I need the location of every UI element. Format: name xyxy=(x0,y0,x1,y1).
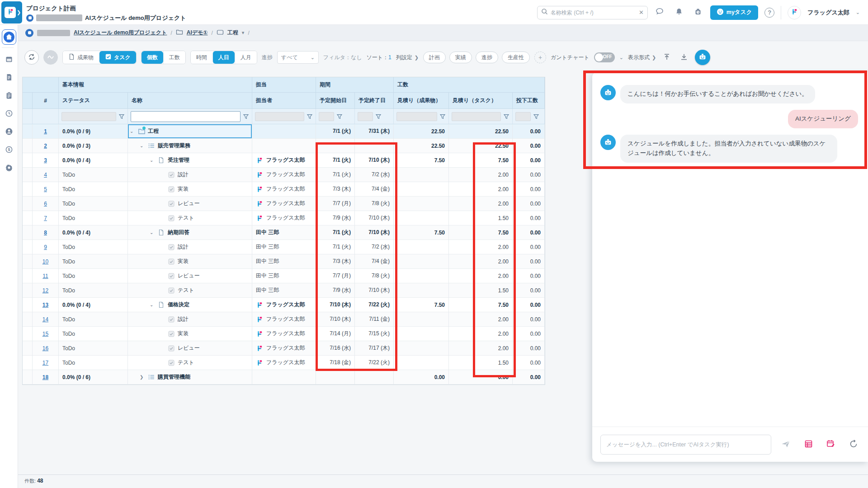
chat-bubble-button[interactable] xyxy=(654,7,666,19)
export-button[interactable] xyxy=(660,51,673,64)
start-date-cell[interactable]: 7/10 (木) xyxy=(316,312,355,327)
activity-button[interactable] xyxy=(43,50,58,65)
name-cell[interactable]: ⌄ 販売管理業務 xyxy=(128,139,252,153)
ai-assistant-button[interactable] xyxy=(695,50,710,65)
send-button[interactable] xyxy=(779,438,792,451)
filter-box[interactable] xyxy=(358,112,373,121)
status-cell[interactable]: 0.0% (0 / 4) xyxy=(59,298,128,312)
actual-effort-cell[interactable]: 0.00 xyxy=(513,283,545,298)
end-date-cell[interactable] xyxy=(355,370,394,385)
est-task-cell[interactable]: 1.50 xyxy=(449,356,513,370)
view-pill-0[interactable]: 計画 xyxy=(423,52,446,63)
filter-box[interactable] xyxy=(255,112,304,121)
est-deliverable-cell[interactable] xyxy=(394,283,449,298)
bell-button[interactable] xyxy=(673,7,685,19)
row-number-link[interactable]: 8 xyxy=(44,230,47,236)
start-date-cell[interactable]: 7/3 (木) xyxy=(316,182,355,197)
effort-toggle[interactable]: 工数 xyxy=(163,51,185,64)
filter-box[interactable] xyxy=(61,112,116,121)
name-cell[interactable]: 設計 xyxy=(128,168,252,182)
start-date-cell[interactable]: 7/14 (月) xyxy=(316,327,355,341)
help-icon[interactable]: ? xyxy=(764,8,774,18)
start-date-cell[interactable]: 7/16 (水) xyxy=(316,341,355,356)
sidebar-item-finance[interactable]: $ xyxy=(2,143,16,158)
end-date-cell[interactable]: 7/10 (木) xyxy=(355,225,394,240)
actual-effort-cell[interactable]: 0.00 xyxy=(513,356,545,370)
filter-box[interactable] xyxy=(319,112,334,121)
start-date-cell[interactable]: 7/7 (月) xyxy=(316,269,355,283)
row-handle[interactable] xyxy=(23,356,33,370)
row-number-link[interactable]: 1 xyxy=(44,128,47,135)
expand-open-icon[interactable]: ⌄ xyxy=(150,302,156,307)
est-deliverable-cell[interactable] xyxy=(394,356,449,370)
end-date-cell[interactable]: 7/4 (金) xyxy=(355,182,394,197)
row-handle[interactable] xyxy=(23,327,33,341)
status-cell[interactable]: ToDo xyxy=(59,356,128,370)
user-menu-chevron-icon[interactable]: ⌄ xyxy=(856,9,860,15)
assignee-cell[interactable] xyxy=(252,124,316,139)
est-deliverable-cell[interactable]: 22.50 xyxy=(394,139,449,153)
expand-open-icon[interactable]: ⌄ xyxy=(150,158,156,163)
task-toggle[interactable]: タスク xyxy=(99,51,136,64)
status-cell[interactable]: ToDo xyxy=(59,341,128,356)
col-header-start[interactable]: 予定開始日 xyxy=(316,93,355,109)
start-date-cell[interactable]: 7/1 (火) xyxy=(316,124,355,139)
funnel-icon[interactable] xyxy=(336,113,343,120)
assignee-cell[interactable]: フラッグス太郎 xyxy=(252,153,316,168)
sidebar-expand-icon[interactable]: ❯ xyxy=(17,9,21,15)
row-number-link[interactable]: 9 xyxy=(44,244,47,250)
row-number-link[interactable]: 18 xyxy=(42,374,48,380)
mytask-button[interactable]: myタスク xyxy=(710,5,758,20)
personday-toggle[interactable]: 人日 xyxy=(212,51,235,64)
status-cell[interactable]: 0.0% (0 / 4) xyxy=(59,225,128,240)
funnel-icon[interactable] xyxy=(375,113,382,120)
start-date-cell[interactable]: 7/18 (金) xyxy=(316,356,355,370)
col-header-num[interactable]: # xyxy=(33,93,59,109)
search-box[interactable]: ✕ xyxy=(537,6,648,19)
row-handle[interactable] xyxy=(23,168,33,182)
funnel-icon[interactable] xyxy=(243,113,249,120)
actual-effort-cell[interactable]: 0.00 xyxy=(513,269,545,283)
end-date-cell[interactable]: 7/15 (火) xyxy=(355,327,394,341)
status-cell[interactable]: ToDo xyxy=(59,197,128,211)
sidebar-item-person[interactable] xyxy=(2,125,16,140)
status-cell[interactable]: ToDo xyxy=(59,182,128,197)
est-task-cell[interactable]: 7.50 xyxy=(449,153,513,168)
row-number-link[interactable]: 5 xyxy=(44,186,47,192)
table-button[interactable] xyxy=(802,438,815,451)
name-cell[interactable]: 設計 xyxy=(128,312,252,327)
col-header-end[interactable]: 予定終了日 xyxy=(355,93,394,109)
est-task-cell[interactable]: 2.00 xyxy=(449,269,513,283)
row-handle[interactable] xyxy=(23,254,33,269)
est-task-cell[interactable]: 2.00 xyxy=(449,254,513,269)
status-cell[interactable]: ToDo xyxy=(59,254,128,269)
view-pill-1[interactable]: 実績 xyxy=(449,52,472,63)
assignee-cell[interactable]: フラッグス太郎 xyxy=(252,211,316,225)
start-date-cell[interactable]: 7/1 (火) xyxy=(316,153,355,168)
assignee-cell[interactable]: 田中 三郎 xyxy=(252,269,316,283)
est-task-cell[interactable]: 2.00 xyxy=(449,168,513,182)
gantt-options-chevron-icon[interactable]: ⌄ xyxy=(619,55,623,61)
est-deliverable-cell[interactable]: 22.50 xyxy=(394,124,449,139)
sidebar-item-clock[interactable] xyxy=(2,107,16,122)
assignee-cell[interactable]: 田中 三郎 xyxy=(252,240,316,254)
est-task-cell[interactable]: 2.00 xyxy=(449,240,513,254)
name-cell[interactable]: レビュー xyxy=(128,269,252,283)
est-task-cell[interactable]: 0.00 xyxy=(449,370,513,385)
row-number-link[interactable]: 3 xyxy=(44,157,47,164)
col-header-actual[interactable]: 投下工数 xyxy=(513,93,545,109)
deliverable-toggle[interactable]: 成果物 xyxy=(63,51,99,64)
start-date-cell[interactable]: 7/1 (火) xyxy=(316,240,355,254)
actual-effort-cell[interactable]: 0.00 xyxy=(513,182,545,197)
name-cell[interactable]: テスト xyxy=(128,211,252,225)
filter-box[interactable] xyxy=(515,112,531,121)
row-number-link[interactable]: 15 xyxy=(42,331,48,337)
est-task-cell[interactable]: 22.50 xyxy=(449,139,513,153)
start-date-cell[interactable]: 7/1 (火) xyxy=(316,225,355,240)
user-avatar[interactable] xyxy=(788,6,801,19)
status-cell[interactable]: 0.0% (0 / 4) xyxy=(59,153,128,168)
est-deliverable-cell[interactable] xyxy=(394,211,449,225)
end-date-cell[interactable]: 7/8 (火) xyxy=(355,269,394,283)
start-date-cell[interactable]: 7/7 (月) xyxy=(316,197,355,211)
funnel-icon[interactable] xyxy=(118,113,125,120)
